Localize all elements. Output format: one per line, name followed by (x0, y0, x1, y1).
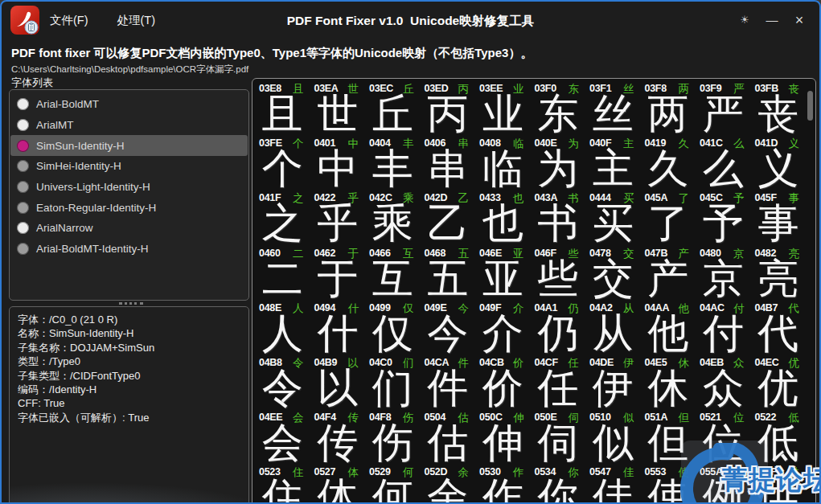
glyph-cell[interactable]: 0478交交 (585, 245, 640, 300)
glyph-cell[interactable]: 04B9以以 (310, 354, 365, 409)
glyph-cell[interactable]: 04E5休休 (640, 354, 696, 409)
glyph-grid-scrollbar[interactable] (807, 80, 814, 504)
glyph-cell[interactable]: 0406串串 (420, 135, 475, 190)
glyph-cell[interactable]: 0466互互 (364, 245, 420, 300)
glyph-cell[interactable]: 04CB价价 (474, 354, 530, 409)
glyph-cell[interactable]: 0547佳佳 (585, 464, 640, 504)
font-list-item[interactable]: ArialMT (10, 115, 248, 136)
glyph-cell[interactable]: 0422乎乎 (310, 190, 365, 244)
glyph-cell[interactable]: 0401中中 (310, 135, 365, 190)
glyph-cell[interactable]: 03F9严严 (695, 80, 750, 135)
font-list-item[interactable]: SimSun-Identity-H (10, 135, 248, 156)
glyph-cell[interactable]: 041D义义 (750, 135, 806, 190)
glyph-cell[interactable]: 0523住住 (254, 464, 310, 504)
glyph-cell[interactable]: 042C乘乘 (364, 190, 420, 244)
font-list-item[interactable]: Univers-Light-Identity-H (10, 177, 248, 198)
glyph-cell[interactable]: 04AC付付 (695, 300, 750, 354)
glyph-cell[interactable]: 045C予予 (695, 190, 750, 244)
glyph-cell[interactable]: 0527体体 (310, 464, 365, 504)
glyph-cell[interactable]: 052D余余 (420, 464, 475, 504)
glyph-cell[interactable]: 041F之之 (254, 190, 310, 244)
glyph-cell[interactable]: 03EC丘丘 (364, 80, 420, 135)
glyph-cell[interactable]: 0480京京 (695, 245, 750, 300)
glyph-cell[interactable]: 0494什什 (310, 300, 365, 354)
glyph-cell[interactable]: 0462于于 (310, 245, 365, 300)
glyph-cell[interactable]: 0510似似 (585, 409, 640, 464)
glyph-cell[interactable]: 04A2从从 (585, 300, 640, 354)
glyph-cell[interactable]: 0433也也 (474, 190, 530, 244)
glyph-cell[interactable]: 040E为为 (530, 135, 585, 190)
glyph-cell[interactable]: 0504估估 (420, 409, 475, 464)
glyph-cell[interactable]: 0460二二 (254, 245, 310, 300)
glyph-cell[interactable]: 04CA件件 (420, 354, 475, 409)
radio-indicator-icon[interactable] (17, 222, 29, 234)
glyph-cell[interactable]: 046F些些 (530, 245, 585, 300)
radio-indicator-icon[interactable] (17, 243, 29, 255)
glyph-preview: 乙 (425, 203, 472, 244)
glyph-cell[interactable]: 048E人人 (254, 300, 310, 354)
glyph-cell[interactable]: 04CF任任 (530, 354, 585, 409)
glyph-cell[interactable]: 04AA他他 (640, 300, 696, 354)
glyph-cell[interactable]: 04B8令令 (254, 354, 310, 409)
font-list-item[interactable]: SimHei-Identity-H (10, 156, 248, 177)
glyph-cell[interactable]: 04B7代代 (750, 300, 806, 354)
glyph-cell[interactable]: 045F事事 (750, 190, 806, 244)
glyph-cell[interactable]: 045A了了 (640, 190, 696, 244)
radio-indicator-icon[interactable] (17, 160, 29, 172)
glyph-cell[interactable]: 050C伸伸 (474, 409, 530, 464)
glyph-cell[interactable]: 04DE伊伊 (585, 354, 640, 409)
glyph-cell[interactable]: 04F4传传 (310, 409, 365, 464)
glyph-cell[interactable]: 040F主主 (585, 135, 640, 190)
glyph-cell[interactable]: 03EA世世 (310, 80, 365, 135)
glyph-cell[interactable]: 03F8两两 (640, 80, 696, 135)
glyph-cell[interactable]: 0404丰丰 (364, 135, 420, 190)
glyph-cell[interactable]: 050E伺伺 (530, 409, 585, 464)
glyph-cell[interactable]: 03E8且且 (254, 80, 310, 135)
glyph-cell[interactable]: 0499仅仅 (364, 300, 420, 354)
scrollbar-thumb[interactable] (807, 91, 813, 121)
glyph-cell[interactable]: 0530作作 (474, 464, 530, 504)
glyph-cell[interactable]: 047B产产 (640, 245, 696, 300)
glyph-preview: 作 (479, 477, 527, 504)
glyph-cell[interactable]: 042D乙乙 (420, 190, 475, 244)
glyph-cell[interactable]: 0468五五 (420, 245, 475, 300)
glyph-cell[interactable]: 04EC优优 (750, 354, 806, 409)
glyph-cell[interactable]: 03F1丝丝 (585, 80, 640, 135)
glyph-cell[interactable]: 0482亮亮 (750, 245, 806, 300)
glyph-cell[interactable]: 0534你你 (530, 464, 585, 504)
glyph-cell[interactable]: 046E亚亚 (474, 245, 530, 300)
glyph-cell[interactable]: 0419久久 (640, 135, 696, 190)
glyph-cell[interactable]: 043A书书 (530, 190, 585, 244)
glyph-cell[interactable]: 04EE会会 (254, 409, 310, 464)
glyph-cell[interactable]: 03ED丙丙 (420, 80, 475, 135)
glyph-cell[interactable]: 04A1仍仍 (530, 300, 585, 354)
theme-toggle-icon[interactable]: ☀ (731, 2, 758, 39)
glyph-cell[interactable]: 03EE业业 (474, 80, 530, 135)
radio-indicator-icon[interactable] (17, 140, 29, 152)
font-list-item[interactable]: Arial-BoldMT-Identity-H (10, 239, 248, 260)
font-list-item[interactable]: Eaton-Regular-Identity-H (10, 197, 248, 218)
glyph-cell[interactable]: 03F0东东 (530, 80, 585, 135)
glyph-cell[interactable]: 0529何何 (364, 464, 420, 504)
glyph-preview: 仍 (535, 313, 582, 354)
glyph-cell[interactable]: 041C么么 (695, 135, 750, 190)
glyph-cell[interactable]: 049F介介 (474, 300, 530, 354)
glyph-cell[interactable]: 0408临临 (474, 135, 530, 190)
radio-indicator-icon[interactable] (17, 181, 29, 193)
glyph-cell[interactable]: 03FE个个 (254, 135, 310, 190)
minimize-button[interactable]: — (758, 2, 786, 39)
glyph-preview: 众 (700, 368, 747, 409)
glyph-cell[interactable]: 03FB丧丧 (750, 80, 806, 135)
radio-indicator-icon[interactable] (17, 98, 29, 110)
glyph-cell[interactable]: 04F8伤伤 (364, 409, 420, 464)
glyph-cell[interactable]: 04EB众众 (695, 354, 750, 409)
glyph-cell[interactable]: 04C0们们 (364, 354, 420, 409)
radio-indicator-icon[interactable] (17, 119, 29, 131)
glyph-cell[interactable]: 0444买买 (585, 190, 640, 244)
radio-indicator-icon[interactable] (17, 202, 29, 214)
font-list-item[interactable]: Arial-BoldMT (10, 94, 248, 115)
glyph-cell[interactable]: 049E今今 (420, 300, 475, 354)
glyph-preview: 交 (589, 259, 637, 300)
font-list-item[interactable]: ArialNarrow (10, 218, 248, 239)
close-button[interactable]: × (786, 2, 813, 39)
